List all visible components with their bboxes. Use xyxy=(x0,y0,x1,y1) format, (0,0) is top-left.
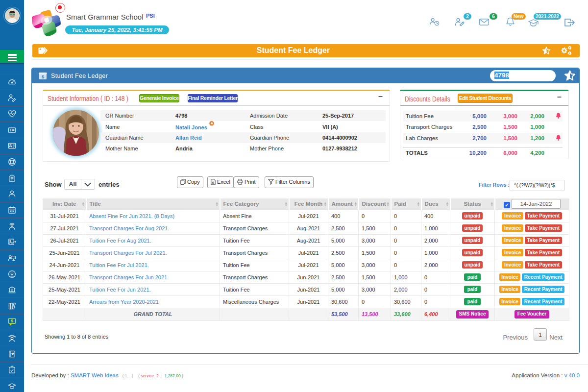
svg-text:$: $ xyxy=(11,319,13,324)
svg-text:$: $ xyxy=(10,129,12,132)
svg-text:$: $ xyxy=(42,74,44,79)
